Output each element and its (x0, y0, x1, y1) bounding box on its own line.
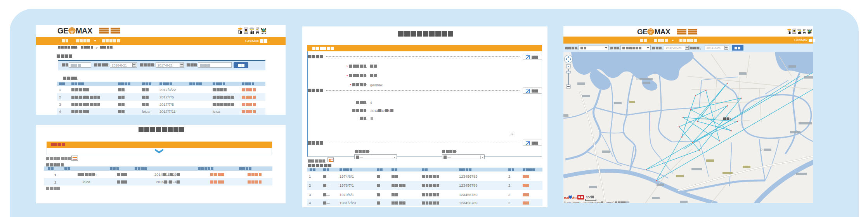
svg-text:1: 1 (730, 117, 732, 121)
svg-text:200: 200 (586, 196, 591, 199)
svg-text:- Data ©: - Data © (604, 201, 615, 203)
svg-text:Bai: Bai (564, 196, 569, 200)
svg-text:© 2017 Baidu - GS(2016)2089: © 2017 Baidu - GS(2016)2089 (564, 201, 601, 203)
svg-text:du: du (572, 196, 577, 200)
